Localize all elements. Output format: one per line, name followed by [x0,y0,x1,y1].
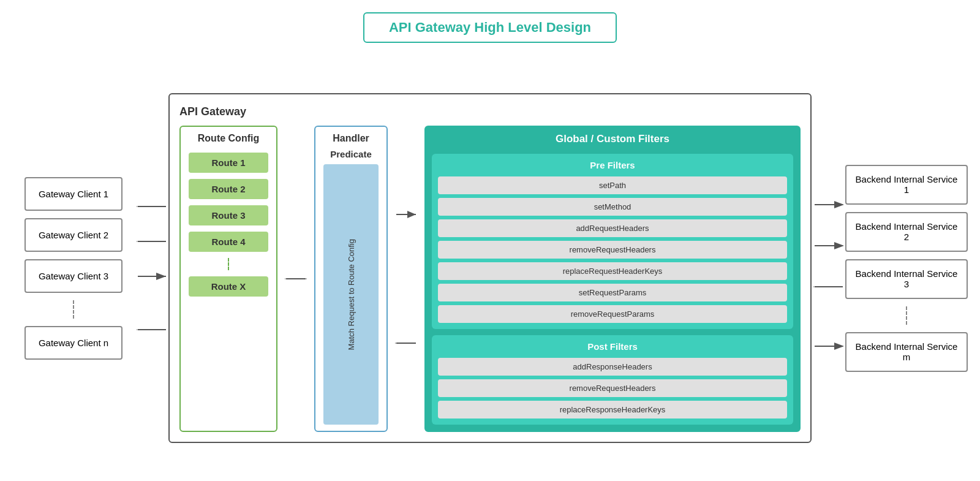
handler-box: Handler Predicate Match Request to Route… [314,126,388,432]
filter-replaceresponseheaderkeys: replaceResponseHeaderKeys [438,401,787,419]
predicate-text: Match Request to Route Config [347,239,356,350]
route-box-4: Route 4 [189,232,268,252]
filter-setmethod: setMethod [438,198,787,216]
right-arrow-3 [813,267,844,308]
api-gateway-outer: API Gateway Route Config Route 1 Route 2… [168,93,812,443]
title-box: API Gateway High Level Design [363,12,617,43]
api-gateway-label: API Gateway [179,105,801,118]
right-arrow-col [812,170,845,367]
post-filters-label: Post Filters [438,341,787,352]
diagram-container: API Gateway High Level Design Gateway Cl… [0,0,980,481]
filter-replacerequestheaderkeys: replaceRequestHeaderKeys [438,262,787,280]
client-box-2: Gateway Client 2 [24,218,123,252]
filters-main-label: Global / Custom Filters [432,133,793,145]
predicate-box: Match Request to Route Config [323,164,379,425]
service-box-2: Backend Internal Service 2 [845,212,968,252]
arrow-svg-1 [137,201,167,212]
rarrow-svg-3 [813,281,844,292]
filter-removerequestparams: removeRequestParams [438,305,787,323]
post-filters-section: Post Filters addResponseHeaders removeRe… [432,335,793,425]
client-box-n: Gateway Client n [24,326,123,360]
api-gateway-inner-row: Route Config Route 1 Route 2 Route 3 Rou… [179,126,801,432]
right-arrow-m [813,326,844,367]
left-arrow-3 [137,259,167,294]
rarrow-svg-1 [813,199,844,210]
left-arrow-n [137,312,167,347]
route-box-1: Route 1 [189,153,268,173]
client-dashed-line [73,300,74,319]
left-arrow-col [135,189,168,347]
predicate-label: Predicate [330,149,372,159]
client-box-3: Gateway Client 3 [24,259,123,293]
filter-removerequestheaders: removeRequestHeaders [438,241,787,259]
left-arrow-2 [137,224,167,259]
filter-addrequestheaders: addRequestHeaders [438,219,787,237]
pre-filters-label: Pre Filters [438,160,787,170]
main-row: Gateway Client 1 Gateway Client 2 Gatewa… [0,55,980,481]
clients-column: Gateway Client 1 Gateway Client 2 Gatewa… [12,177,135,360]
route-box-x: Route X [189,276,268,297]
arrow-svg-n [137,324,167,335]
arrow-svg-2 [137,236,167,247]
rarrow-svg-2 [813,240,844,251]
right-arrow-1 [813,184,844,225]
route-config-box: Route Config Route 1 Route 2 Route 3 Rou… [179,126,277,432]
filter-setpath: setPath [438,176,787,194]
left-arrow-1 [137,189,167,224]
service-box-1: Backend Internal Service 1 [845,165,968,205]
handler-label: Handler [333,133,369,144]
right-arrow-2 [813,225,844,267]
handler-filter-arrows [395,126,417,432]
arrow-to-prefilters [395,208,417,221]
route-config-label: Route Config [198,133,259,144]
service-dashed-line [906,306,907,325]
route-handler-arrow [285,126,307,432]
pre-filters-section: Pre Filters setPath setMethod addRequest… [432,154,793,329]
client-box-1: Gateway Client 1 [24,177,123,211]
filter-post-removerequestheaders: removeRequestHeaders [438,379,787,397]
arrow-from-postfilters [395,337,417,349]
arrow-svg-3 [137,271,167,282]
rarrow-svg-m [813,341,844,352]
diagram-title: API Gateway High Level Design [389,20,591,35]
filters-box: Global / Custom Filters Pre Filters setP… [424,126,801,432]
filter-setrequestparams: setRequestParams [438,284,787,301]
route-box-3: Route 3 [189,205,268,225]
service-box-3: Backend Internal Service 3 [845,259,968,299]
filter-addresponseheaders: addResponseHeaders [438,358,787,376]
service-box-m: Backend Internal Service m [845,332,968,372]
route-box-2: Route 2 [189,179,268,199]
double-arrow-svg [285,273,307,285]
route-dashed-line [228,258,229,270]
services-column: Backend Internal Service 1 Backend Inter… [845,165,968,372]
